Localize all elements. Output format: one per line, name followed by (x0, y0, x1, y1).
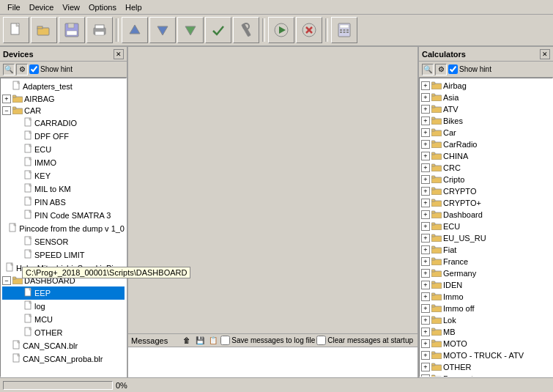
tree-item[interactable]: +Lok (421, 314, 551, 326)
calc-show-hint-checkbox[interactable] (448, 64, 458, 74)
tree-item[interactable]: Pincode from the dump v 1_0 (2, 222, 125, 235)
tree-expand-btn[interactable]: + (421, 234, 430, 243)
tree-item[interactable]: +Germany (421, 267, 551, 279)
tree-expand-btn[interactable]: + (421, 81, 430, 90)
tree-expand-btn[interactable]: + (421, 257, 430, 266)
tree-expand-btn[interactable]: + (421, 117, 430, 125)
tree-item[interactable]: Adapters_test (2, 80, 125, 93)
tree-item[interactable]: OTHER (2, 326, 125, 339)
calc-button[interactable] (331, 17, 357, 43)
tree-item[interactable]: +Immo (421, 291, 551, 303)
tree-item[interactable]: +ATV (421, 103, 551, 115)
calc-gear-btn[interactable]: ⚙ (435, 64, 447, 75)
tree-item[interactable]: EEP (2, 286, 125, 300)
tree-item[interactable]: +Dashboard (421, 209, 551, 221)
tree-item[interactable]: +Cripto (421, 174, 551, 185)
tree-expand-btn[interactable]: + (421, 93, 430, 102)
tree-item[interactable]: +ECU (421, 221, 551, 232)
menu-device[interactable]: Device (25, 2, 59, 12)
calc-search-btn[interactable]: 🔍 (422, 64, 434, 75)
tree-item[interactable]: SPEED LIMIT (2, 248, 125, 262)
stop-button[interactable] (296, 17, 322, 43)
devices-tree[interactable]: Adapters_test+AIRBAG−CARCARRADIODPF OFFE… (0, 78, 127, 377)
tree-item[interactable]: +AIRBAG (2, 93, 125, 105)
calculators-tree[interactable]: +Airbag+Asia+ATV+Bikes+Car+CarRadio+CHIN… (419, 78, 553, 377)
tree-item[interactable]: +CarRadio (421, 138, 551, 150)
tree-expand-btn[interactable]: + (421, 245, 430, 254)
tree-item[interactable]: +Airbag (421, 80, 551, 92)
tree-expand-btn[interactable]: + (421, 328, 430, 336)
tree-item[interactable]: MIL to KM (2, 182, 125, 196)
tree-expand-btn[interactable]: − (2, 276, 11, 285)
down-button[interactable] (149, 17, 176, 43)
tree-item[interactable]: KEY (2, 169, 125, 182)
tree-item[interactable]: +MOTO (421, 338, 551, 350)
open-button[interactable] (31, 17, 57, 43)
tree-item[interactable]: +IDEN (421, 279, 551, 291)
tree-expand-btn[interactable]: + (421, 363, 430, 371)
tree-expand-btn[interactable]: + (2, 95, 11, 103)
up-button[interactable] (122, 17, 148, 43)
tree-item[interactable]: log (2, 300, 125, 313)
menu-file[interactable]: File (3, 2, 25, 12)
tree-expand-btn[interactable]: + (421, 199, 430, 207)
messages-clear-startup-checkbox[interactable] (316, 336, 326, 345)
devices-show-hint-checkbox[interactable] (29, 64, 39, 74)
messages-copy-btn[interactable]: 📋 (207, 335, 219, 347)
tree-item[interactable]: SENSOR (2, 235, 125, 248)
tree-expand-btn[interactable]: + (421, 140, 430, 149)
tree-expand-btn[interactable]: + (421, 187, 430, 196)
tree-item[interactable]: +CRYPTO (421, 185, 551, 197)
tree-item[interactable]: MCU (2, 313, 125, 326)
tree-expand-btn[interactable]: + (421, 128, 430, 137)
tree-item[interactable]: IMMO (2, 156, 125, 169)
tree-expand-btn[interactable]: + (421, 210, 430, 219)
messages-save-log-label[interactable]: Save messages to log file (220, 336, 315, 345)
play-button[interactable] (268, 17, 294, 43)
tree-item[interactable]: CAN_SCAN.blr (2, 339, 125, 352)
tree-item[interactable]: +Fiat (421, 244, 551, 256)
menu-help[interactable]: Help (121, 2, 146, 12)
save-button[interactable] (59, 17, 85, 43)
tree-item[interactable]: +MOTO - TRUCK - ATV (421, 350, 551, 361)
messages-clear-startup-label[interactable]: Clear messages at startup (316, 336, 413, 345)
tree-expand-btn[interactable]: + (421, 351, 430, 360)
wrench-button[interactable] (233, 17, 259, 43)
tree-expand-btn[interactable]: + (421, 292, 430, 301)
tree-item[interactable]: −CAR (2, 105, 125, 117)
tree-item[interactable]: CARRADIO (2, 117, 125, 130)
tree-item[interactable]: ECU (2, 143, 125, 156)
tree-item[interactable]: +CRYPTO+ (421, 197, 551, 209)
tree-item[interactable]: +Immo off (421, 303, 551, 314)
tree-item[interactable]: +Car (421, 127, 551, 138)
tree-expand-btn[interactable]: + (421, 339, 430, 348)
tree-expand-btn[interactable]: + (421, 281, 430, 289)
devices-search-btn[interactable]: 🔍 (3, 64, 15, 75)
tree-expand-btn[interactable]: + (421, 269, 430, 278)
devices-panel-close[interactable]: ✕ (114, 49, 124, 59)
check-button[interactable] (205, 17, 231, 43)
tree-item[interactable]: +MB (421, 326, 551, 338)
tree-item[interactable]: +CHINA (421, 150, 551, 162)
tree-item[interactable]: +OTHER (421, 361, 551, 373)
tree-expand-btn[interactable]: + (421, 105, 430, 114)
tree-expand-btn[interactable]: + (421, 316, 430, 325)
tree-expand-btn[interactable]: + (421, 175, 430, 184)
tree-item[interactable]: DPF OFF (2, 130, 125, 143)
tree-expand-btn[interactable]: + (421, 152, 430, 160)
new-button[interactable] (3, 17, 29, 43)
print-button[interactable] (86, 17, 113, 43)
tree-item[interactable]: CAN_SCAN_proba.blr (2, 352, 125, 366)
tree-item[interactable]: PIN Code SMATRA 3 (2, 209, 125, 222)
messages-save-btn[interactable]: 💾 (194, 335, 206, 347)
tree-item[interactable]: +France (421, 256, 551, 267)
calculators-panel-close[interactable]: ✕ (540, 49, 550, 59)
left-button[interactable] (177, 17, 204, 43)
devices-gear-btn[interactable]: ⚙ (16, 64, 28, 75)
tree-item[interactable]: +EU_US_RU (421, 232, 551, 244)
tree-item[interactable]: +Asia (421, 92, 551, 103)
calc-show-hint-label[interactable]: Show hint (448, 64, 491, 74)
tree-expand-btn[interactable]: + (421, 304, 430, 313)
tree-expand-btn[interactable]: + (421, 163, 430, 172)
tree-item[interactable]: +CRC (421, 162, 551, 174)
